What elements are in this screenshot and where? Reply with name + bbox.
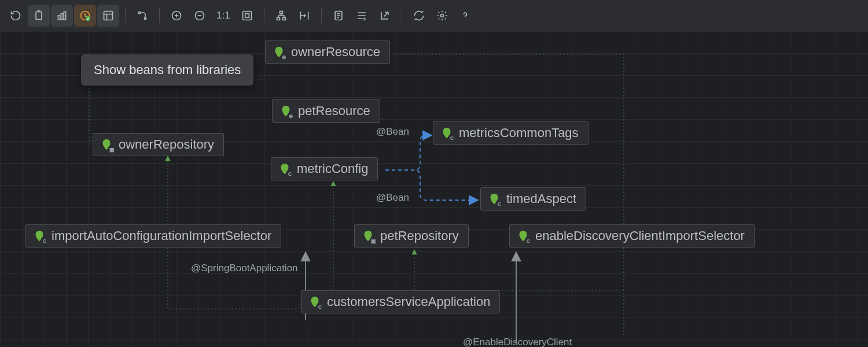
libraries-icon[interactable] (74, 5, 96, 27)
refresh-icon[interactable] (5, 5, 27, 27)
export-icon[interactable] (374, 5, 396, 27)
toolbar: 1:1 (0, 0, 868, 31)
edge-label-bean: @Bean (376, 192, 409, 204)
node-label: petResource (298, 104, 370, 119)
bean-icon: ▦ (100, 138, 113, 151)
node-label: metricConfig (297, 161, 368, 176)
svg-rect-2 (61, 13, 62, 19)
class-badge-icon: C (41, 238, 48, 245)
svg-rect-14 (277, 17, 279, 20)
svg-rect-13 (279, 11, 282, 13)
node-ownerResource[interactable]: ⊕ ownerResource (265, 40, 390, 64)
tooltip-text: Show beans from libraries (94, 62, 241, 77)
node-timedAspect[interactable]: C timedAspect (480, 187, 586, 211)
svg-point-7 (138, 12, 140, 13)
bean-icon: C (517, 230, 529, 242)
svg-rect-11 (242, 11, 251, 20)
node-ownerRepository[interactable]: ▦ ownerRepository (93, 133, 224, 156)
toolbar-separator (321, 8, 322, 23)
help-icon[interactable] (454, 5, 476, 27)
zoom-out-icon[interactable] (189, 5, 211, 27)
bean-icon: C (488, 193, 501, 205)
svg-rect-1 (58, 16, 60, 20)
bean-icon: C (278, 163, 291, 175)
zoom-in-icon[interactable] (165, 5, 187, 27)
node-label: timedAspect (506, 191, 576, 206)
edge-label-discovery: @EnableDiscoveryClient (463, 337, 572, 347)
node-metricsCommonTags[interactable]: C metricsCommonTags (433, 121, 589, 145)
edge-label-bean: @Bean (376, 126, 409, 138)
svg-rect-12 (245, 13, 249, 17)
copy-icon[interactable] (28, 5, 50, 27)
tooltip: Show beans from libraries (81, 54, 253, 86)
layout-icon[interactable] (97, 5, 119, 27)
diagram-canvas[interactable]: ⊕ ownerResource ⊕ petResource ▦ ownerRep… (0, 31, 868, 347)
bean-icon: C (33, 230, 46, 242)
chart-icon[interactable] (51, 5, 73, 27)
class-badge-icon: C (496, 201, 503, 208)
svg-point-17 (440, 14, 443, 17)
node-label: ownerResource (291, 45, 380, 60)
node-metricConfig[interactable]: C metricConfig (271, 157, 378, 180)
node-petRepository[interactable]: ▦ petRepository (354, 224, 469, 248)
bean-icon: C (308, 296, 321, 308)
bean-icon: ▦ (362, 230, 374, 242)
svg-rect-6 (104, 11, 113, 20)
node-importAutoConfigurationImportSelector[interactable]: C importAutoConfigurationImportSelector (25, 224, 281, 248)
toolbar-separator (402, 8, 402, 23)
route-icon[interactable] (293, 5, 315, 27)
document-icon[interactable] (328, 5, 350, 27)
node-label: petRepository (380, 228, 459, 243)
class-badge-icon: C (448, 135, 455, 142)
class-badge-icon: C (525, 238, 532, 245)
list-icon[interactable] (351, 5, 373, 27)
web-badge-icon: ⊕ (281, 54, 288, 61)
node-label: ownerRepository (119, 137, 214, 152)
node-petResource[interactable]: ⊕ petResource (272, 99, 380, 123)
edge-label-springboot: @SpringBootApplication (191, 263, 298, 274)
node-label: enableDiscoveryClientImportSelector (535, 228, 745, 243)
zoom-reset-button[interactable]: 1:1 (212, 10, 235, 21)
node-enableDiscoveryClientImportSelector[interactable]: C enableDiscoveryClientImportSelector (509, 224, 755, 248)
node-label: customersServiceApplication (327, 294, 490, 309)
svg-rect-0 (36, 12, 42, 19)
node-label: metricsCommonTags (459, 125, 579, 141)
svg-rect-15 (282, 17, 285, 20)
path-icon[interactable] (131, 5, 153, 27)
repository-badge-icon: ▦ (108, 146, 115, 153)
bean-icon: ⊕ (273, 46, 285, 58)
bean-icon: C (440, 127, 453, 139)
tree-layout-icon[interactable] (270, 5, 292, 27)
settings-icon[interactable] (431, 5, 453, 27)
sync-icon[interactable] (408, 5, 430, 27)
bean-icon: ⊕ (279, 105, 292, 117)
svg-rect-3 (64, 12, 65, 19)
svg-point-8 (144, 17, 146, 19)
node-customersServiceApplication[interactable]: C customersServiceApplication (301, 290, 500, 313)
class-badge-icon: C (286, 171, 293, 178)
node-label: importAutoConfigurationImportSelector (52, 228, 271, 243)
fit-content-icon[interactable] (236, 5, 258, 27)
toolbar-separator (125, 8, 126, 23)
repository-badge-icon: ▦ (370, 238, 377, 245)
web-badge-icon: ⊕ (288, 113, 295, 120)
class-badge-icon: C (317, 304, 323, 311)
toolbar-separator (159, 8, 160, 23)
toolbar-separator (264, 8, 264, 23)
